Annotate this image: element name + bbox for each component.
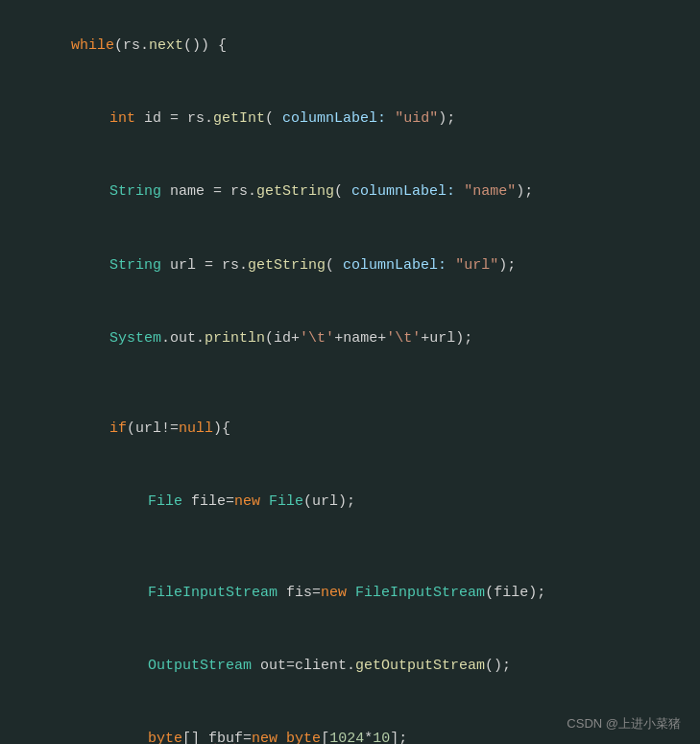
code-line-4: String url = rs.getString( columnLabel: … [0, 229, 700, 302]
watermark: CSDN @上进小菜猪 [567, 715, 681, 732]
code-line-11: OutputStream out=client.getOutputStream(… [0, 630, 700, 703]
separator-2 [0, 540, 700, 557]
separator-1 [0, 375, 700, 393]
code-line-2: int id = rs.getInt( columnLabel: "uid"); [0, 83, 700, 156]
code-line-7: if(url!=null){ [0, 393, 700, 466]
code-line-8: File file=new File(url); [0, 467, 700, 540]
code-line-1: while(rs.next()) { [0, 10, 700, 83]
code-editor: while(rs.next()) { int id = rs.getInt( c… [0, 0, 700, 744]
code-line-3: String name = rs.getString( columnLabel:… [0, 156, 700, 229]
code-line-5: System.out.println(id+'\t'+name+'\t'+url… [0, 302, 700, 375]
code-line-10: FileInputStream fis=new FileInputStream(… [0, 557, 700, 630]
keyword-while: while [71, 37, 114, 54]
